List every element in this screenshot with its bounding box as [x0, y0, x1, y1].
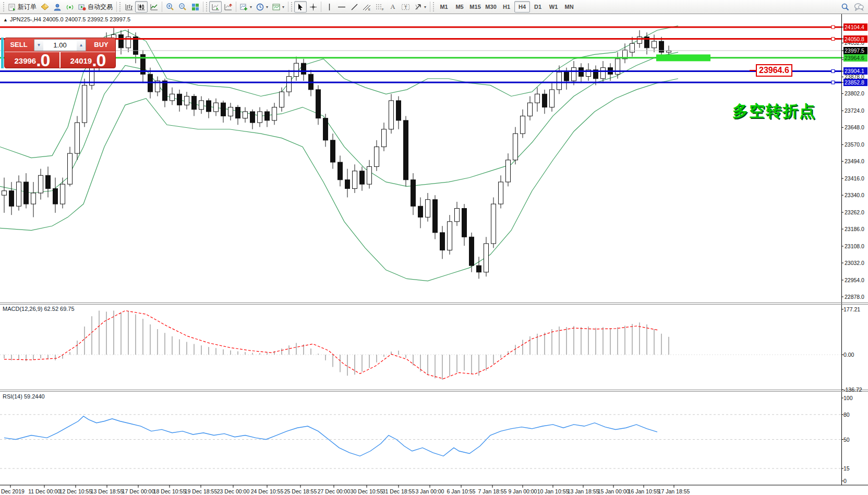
toolbar-grip [206, 2, 208, 11]
timeframe-m30[interactable]: M30 [483, 1, 499, 13]
turning-point-note[interactable]: 多空转折点 [732, 101, 816, 122]
volume-decrease-button[interactable]: ▼ [34, 40, 43, 51]
price-tick-label: 23032.0 [843, 259, 867, 267]
zoom-out-icon [178, 3, 187, 11]
arrows-icon [414, 3, 422, 11]
main-toolbar: 新订单 自动交易 ▾ ▾ [0, 0, 868, 14]
price-line-label[interactable]: 23997.5 [843, 47, 867, 54]
search-button[interactable] [839, 1, 852, 13]
clock-icon [256, 3, 264, 11]
line-chart-button[interactable] [148, 1, 160, 13]
hline-handle[interactable] [831, 26, 835, 29]
community-button[interactable] [51, 1, 64, 13]
rsi-axis-label: 80 [843, 411, 850, 418]
price-tick-label: 22954.0 [843, 276, 867, 284]
add-indicator-icon [240, 3, 248, 11]
auto-scroll-icon [212, 3, 220, 11]
dropdown-caret: ▾ [282, 5, 284, 9]
sell-price[interactable]: 23996 .0 [5, 52, 61, 68]
arrows-tool[interactable]: ▾ [412, 1, 428, 13]
macd-axis-label: -136.72 [843, 386, 862, 393]
timeframe-d1[interactable]: D1 [530, 1, 546, 13]
text-tool[interactable]: A [387, 1, 399, 13]
time-axis-label: 17 Jan 18:55 [658, 488, 690, 494]
rsi-label: RSI(14) 59.2440 [3, 393, 45, 400]
timeframe-w1[interactable]: W1 [546, 1, 561, 13]
price-line-label[interactable]: 24050.8 [843, 35, 867, 43]
signals-button[interactable] [64, 1, 76, 13]
volume-increase-button[interactable]: ▲ [77, 40, 86, 51]
profile-button[interactable] [39, 1, 51, 13]
timeframe-mn[interactable]: MN [561, 1, 577, 13]
signal-icon [66, 3, 74, 11]
candlestick-icon [138, 3, 146, 11]
timeframe-h4[interactable]: H4 [514, 1, 530, 13]
rsi-axis-label: 100 [843, 394, 853, 402]
separator [288, 2, 288, 12]
separator [236, 2, 236, 12]
zoom-out-button[interactable] [176, 1, 189, 13]
crosshair-icon [309, 3, 317, 11]
time-axis-label: 25 Dec 18:55 [284, 488, 317, 494]
chart-title-text: JPN225-,H4 24005.0 24007.5 23992.5 23997… [10, 16, 130, 22]
periods-button[interactable]: ▾ [254, 1, 270, 13]
cursor-button[interactable] [294, 1, 307, 13]
sell-button[interactable]: SELL [5, 38, 33, 52]
candlestick-chart-button[interactable] [135, 1, 148, 13]
vertical-line-tool[interactable] [323, 1, 335, 13]
fibo-sub-label: F [382, 8, 384, 11]
search-icon [841, 3, 850, 11]
time-axis-label: 6 Jan 10:55 [447, 488, 476, 494]
volume-input[interactable] [43, 40, 77, 51]
time-axis-label: 13 Dec 18:55 [91, 488, 123, 494]
new-order-button[interactable]: 新订单 [6, 1, 39, 13]
buy-price[interactable]: 24019 .0 [61, 52, 115, 68]
macd-axis-label: 177.21 [843, 306, 860, 313]
hline-handle[interactable] [831, 69, 835, 73]
fibonacci-tool[interactable]: F [373, 1, 387, 13]
auto-trading-button[interactable]: 自动交易 [76, 1, 115, 13]
templates-button[interactable]: ▾ [270, 1, 286, 13]
price-tick-label: 23724.0 [843, 107, 867, 114]
rsi-axis-label: 50 [843, 436, 850, 443]
chat-button[interactable] [852, 1, 866, 13]
price-tick-label: 22878.0 [843, 293, 867, 300]
horizontal-line-tool[interactable] [335, 1, 348, 13]
crosshair-button[interactable] [307, 1, 319, 13]
highlight-bar[interactable] [656, 54, 710, 61]
price-line-label[interactable]: 23904.1 [843, 67, 867, 75]
price-line-label[interactable]: 23852.8 [843, 79, 867, 86]
tile-windows-button[interactable] [189, 1, 201, 13]
chart-canvas[interactable] [0, 14, 868, 495]
timeframe-m5[interactable]: M5 [452, 1, 467, 13]
time-axis-label: 15 Jan 00:00 [598, 488, 630, 494]
timeframe-m1[interactable]: M1 [436, 1, 452, 13]
timeframe-m15[interactable]: M15 [467, 1, 483, 13]
horizontal-line-icon [337, 3, 346, 11]
price-line-label[interactable]: 23964.6 [843, 54, 867, 62]
bar-chart-button[interactable] [123, 1, 135, 13]
chart-shift-button[interactable] [222, 1, 234, 13]
panel-toggle-icon[interactable]: ▲ [3, 17, 8, 22]
channel-tool[interactable]: E [360, 1, 373, 13]
indicators-button[interactable]: ▾ [238, 1, 254, 13]
time-axis-label: 27 Dec 00:00 [318, 488, 350, 494]
time-axis-label: 30 Dec 10:55 [351, 488, 383, 494]
separator [321, 2, 321, 12]
timeframe-h1[interactable]: H1 [499, 1, 514, 13]
text-label-tool[interactable]: T [399, 1, 412, 13]
zoom-in-button[interactable] [164, 1, 176, 13]
trendline-tool[interactable] [348, 1, 360, 13]
vertical-line-icon [326, 3, 333, 11]
hline-handle[interactable] [831, 38, 835, 41]
volume-control: ▼ ▲ [34, 39, 86, 51]
auto-scroll-button[interactable] [209, 1, 222, 13]
price-tag[interactable]: 23964.6 [756, 64, 792, 77]
channel-icon: E [363, 3, 371, 11]
time-axis-label: 9 Dec 2019 [0, 488, 25, 494]
price-line-label[interactable]: 24104.4 [843, 23, 867, 31]
price-tick-label: 23802.0 [843, 90, 867, 97]
panel-collapse-strip[interactable] [1, 38, 4, 68]
hline-handle[interactable] [831, 81, 835, 84]
time-axis-label: 10 Jan 10:55 [537, 488, 569, 494]
